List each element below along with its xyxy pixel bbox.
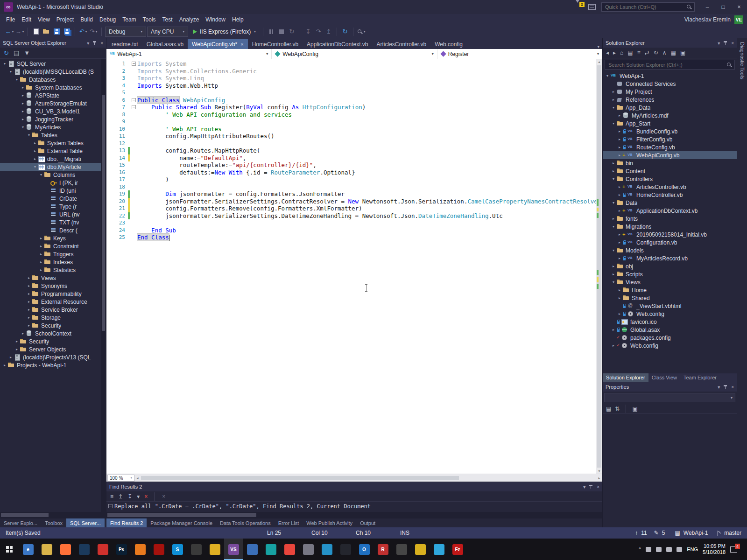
sql-tree-item[interactable]: ▸Statistics [0,266,106,274]
stop-search-icon[interactable]: × [162,493,165,500]
solution-tree-item[interactable]: ▸Configuration.vb [603,238,737,246]
solution-tree-item[interactable]: ▾Data [603,199,737,207]
editor-zoom-dropdown[interactable]: 100 %▾ [107,475,134,482]
menu-edit[interactable]: Edit [18,15,35,24]
taskbar-filezilla[interactable]: Fz [448,539,467,560]
taskbar-7-zip[interactable] [392,539,411,560]
collapsed-arrow-icon[interactable]: ▸ [32,141,38,145]
tab-toolbox[interactable]: Toolbox [41,518,66,527]
properties-icon[interactable]: ▣ [680,49,685,56]
collapsed-arrow-icon[interactable]: ▸ [38,252,44,256]
expanded-arrow-icon[interactable]: ▾ [611,224,616,229]
find-result-line[interactable]: Replace all ".CrDate = .CrDate", ".CrDat… [114,503,371,510]
sql-tree-item[interactable]: URL (nv [0,210,106,218]
collapsed-arrow-icon[interactable]: ▸ [38,244,44,248]
taskbar-total-commander[interactable] [205,539,224,560]
solution-tree-item[interactable]: ▸Web.config [603,310,737,318]
solution-tree-item[interactable]: packages.config [603,334,737,342]
restart-icon[interactable]: ↻ [287,27,296,37]
expanded-arrow-icon[interactable]: ▾ [38,173,44,177]
collapsed-arrow-icon[interactable]: ▸ [20,101,26,105]
collapsed-arrow-icon[interactable]: ▸ [617,256,622,260]
sql-tree-item[interactable]: ▸CU_VB_3.Model1 [0,107,106,115]
uncommitted-changes-count[interactable]: 5 [662,530,665,536]
collapsed-arrow-icon[interactable]: ▸ [26,323,32,328]
redo-icon[interactable]: ↷▾ [89,27,98,37]
navigate-forward-icon[interactable]: →▾ [15,27,24,37]
volume-icon[interactable] [677,547,682,552]
sql-tree-item[interactable]: ID (uni [0,187,106,195]
collapsed-arrow-icon[interactable]: ▸ [32,157,38,161]
sql-tree-item[interactable]: ▸Synonyms [0,282,106,290]
collapsed-arrow-icon[interactable]: ▸ [14,347,20,351]
scroll-left-icon[interactable]: ◄ [136,476,139,480]
solution-tree-item[interactable]: ▸201905092158014_Initial.vb [603,231,737,238]
menu-project[interactable]: Project [53,15,77,24]
collapsed-arrow-icon[interactable]: ▸ [617,137,622,141]
notifications-flag-icon[interactable]: 2 [574,3,584,11]
solution-tree-item[interactable]: ▸MyArticlesRecord.vb [603,254,737,262]
pin-icon[interactable] [724,41,727,45]
sql-tree-item[interactable]: ▸Storage [0,314,106,322]
sql-tree-item[interactable]: ▸Security [0,337,106,345]
collapsed-arrow-icon[interactable]: ▸ [2,363,7,367]
collapsed-arrow-icon[interactable]: ▸ [617,193,622,197]
sql-tree-item[interactable]: ▸(localdb)\ProjectsV13 (SQL [0,353,106,361]
sql-tree-item[interactable]: ▸Security [0,322,106,329]
solution-tree-item[interactable]: ▸MyArticles.mdf [603,112,737,119]
collapsed-arrow-icon[interactable]: ▸ [26,284,32,288]
sql-tree-item[interactable]: Descr ( [0,226,106,234]
expanded-arrow-icon[interactable]: ▾ [32,165,38,169]
maximize-button[interactable]: □ [715,0,731,14]
menu-debug[interactable]: Debug [96,15,119,24]
menu-view[interactable]: View [35,15,53,24]
start-debugging-button[interactable]: IIS Express (Firefox) ▾ [189,27,260,37]
collapsed-arrow-icon[interactable]: ▸ [617,113,622,118]
taskbar-file-explorer[interactable] [37,539,56,560]
solution-tree-item[interactable]: ▸Shared [603,294,737,302]
unpushed-commits-icon[interactable]: ↑ [635,530,638,536]
collapsed-arrow-icon[interactable]: ▸ [611,98,616,102]
sql-tree-item[interactable]: CrDate [0,195,106,203]
sql-tree-item[interactable]: TXT (nv [0,218,106,226]
document-tab[interactable]: WebApiConfig.vb*× [188,39,248,49]
solution-tree-item[interactable]: ▸HomeController.vb [603,191,737,199]
properties-object-dropdown[interactable]: ▾ [604,393,735,402]
switch-views-icon[interactable]: ▤ [627,49,633,56]
forward-icon[interactable]: ▸ [613,49,616,56]
close-panel-icon[interactable]: × [731,385,734,390]
expanded-arrow-icon[interactable]: ▾ [20,125,26,129]
collapsed-arrow-icon[interactable]: ▸ [38,260,44,264]
find-in-files-icon[interactable]: ▾ [357,27,366,37]
sql-tree-item[interactable]: ▸External Table [0,147,106,155]
solution-tree-item[interactable]: ▸Content [603,167,737,175]
taskbar-thunderbird[interactable] [75,539,93,560]
user-avatar[interactable]: VE [734,15,743,24]
pending-changes-filter-icon[interactable]: ≡ [637,49,641,56]
security-icon[interactable] [656,547,662,552]
collapsed-arrow-icon[interactable]: ▸ [611,343,616,348]
pin-icon[interactable] [589,484,593,489]
step-into-icon[interactable]: ↧ [303,27,313,37]
sql-tree-item[interactable]: ▸System Databases [0,84,106,91]
collapsed-arrow-icon[interactable]: ▸ [611,272,616,276]
editor-vertical-scrollbar[interactable]: ▲ ▼ [596,59,602,474]
quick-launch-box[interactable] [601,2,695,12]
categorized-icon[interactable]: ▤ [606,406,611,412]
document-tab[interactable]: Web.config [430,39,467,49]
find-results-hscrollbar[interactable] [106,512,602,518]
collapse-region-icon[interactable]: − [132,98,136,102]
document-tab[interactable]: ApplicationDbContext.vb [303,39,372,49]
sql-tree-item[interactable]: ▸ASPState [0,91,106,99]
collapsed-arrow-icon[interactable]: ▸ [32,149,38,153]
solution-tree-item[interactable]: Connected Services [603,80,737,88]
taskbar-opera[interactable] [93,539,112,560]
expanded-arrow-icon[interactable]: ▾ [611,177,616,181]
minimize-button[interactable]: – [699,0,715,14]
language-indicator[interactable]: ENG [687,546,698,552]
solution-search-input[interactable] [607,62,726,68]
collapse-region-icon[interactable]: − [132,105,136,109]
taskbar-keepass[interactable] [411,539,430,560]
sql-tree-item[interactable]: ▸Server Objects [0,345,106,353]
solution-tree-item[interactable]: ▸ApplicationDbContext.vb [603,207,737,215]
